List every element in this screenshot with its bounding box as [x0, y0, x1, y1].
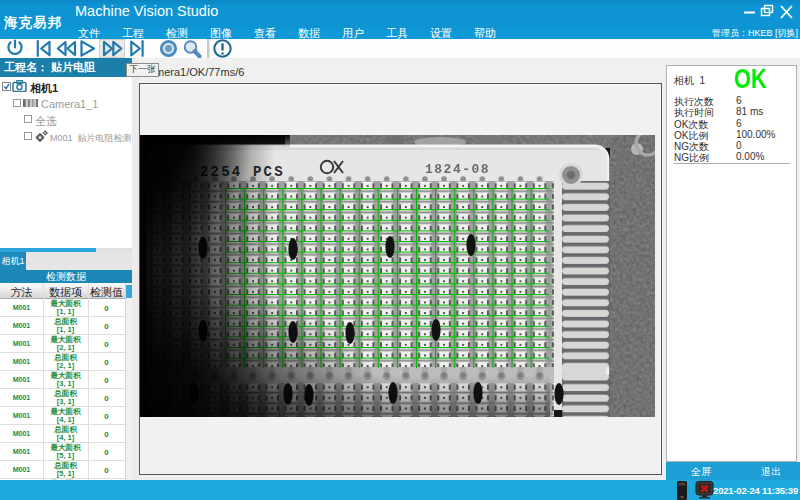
- svg-text:1824-08: 1824-08: [425, 162, 490, 177]
